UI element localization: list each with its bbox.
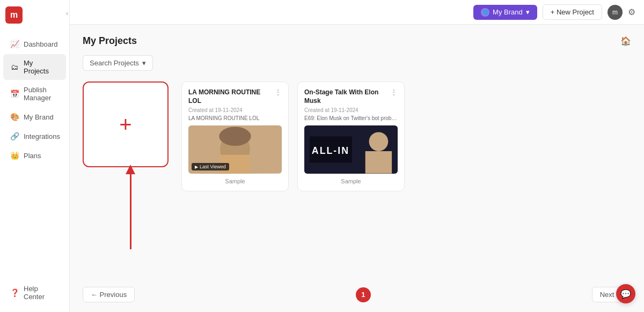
- svg-point-7: [369, 132, 389, 152]
- card-menu-button[interactable]: ⋮: [390, 88, 398, 96]
- home-icon[interactable]: 🏠: [620, 36, 631, 46]
- projects-icon: 🗂: [10, 63, 19, 71]
- previous-label: ← Previous: [91, 291, 127, 299]
- pagination: ← Previous 1 Next →: [83, 278, 631, 307]
- help-center-item[interactable]: ❓ Help Center: [3, 280, 66, 306]
- sidebar-item-my-projects[interactable]: 🗂 My Projects: [3, 54, 66, 80]
- sidebar-item-label: My Brand: [24, 113, 54, 121]
- user-avatar[interactable]: m: [608, 5, 623, 20]
- card-thumbnail: ▶ Last Viewed: [188, 125, 282, 174]
- settings-icon[interactable]: ⚙: [628, 7, 635, 17]
- card-date: Created at 19-11-2024: [188, 107, 282, 113]
- new-project-button[interactable]: + New Project: [543, 4, 602, 20]
- integrations-icon: 🔗: [10, 132, 19, 140]
- sidebar-item-plans[interactable]: 👑 Plans: [3, 146, 66, 165]
- project-cards-container: LA MORNING ROUTINE LOL ⋮ Created at 19-1…: [181, 81, 405, 191]
- sidebar-toggle[interactable]: ‹: [62, 8, 72, 19]
- top-header: 🌐 My Brand ▾ + New Project m ⚙: [70, 0, 644, 25]
- sidebar-item-publish-manager[interactable]: 📅 Publish Manager: [3, 81, 66, 107]
- project-card[interactable]: On-Stage Talk With Elon Musk ⋮ Created a…: [297, 81, 405, 191]
- card-thumbnail: ALL-IN: [304, 125, 398, 174]
- project-card[interactable]: LA MORNING ROUTINE LOL ⋮ Created at 19-1…: [181, 81, 289, 191]
- sidebar-item-label: Publish Manager: [24, 86, 60, 102]
- add-plus-icon: +: [119, 114, 131, 135]
- sidebar-item-dashboard[interactable]: 📈 Dashboard: [3, 35, 66, 53]
- card-description: LA MORNING ROUTINE LOL: [188, 115, 282, 121]
- plans-icon: 👑: [10, 151, 19, 160]
- card-menu-button[interactable]: ⋮: [274, 88, 282, 96]
- previous-button[interactable]: ← Previous: [83, 287, 135, 302]
- search-caret-icon: ▾: [142, 59, 146, 67]
- card-description: E69: Elon Musk on Twitter's bot problem,…: [304, 115, 398, 121]
- dashboard-icon: 📈: [10, 40, 19, 48]
- play-icon: ▶: [195, 165, 198, 169]
- arrow-line: [130, 174, 131, 249]
- chat-bubble-button[interactable]: 💬: [616, 284, 635, 303]
- card-sample-label: Sample: [188, 178, 282, 184]
- help-icon: ❓: [10, 288, 19, 297]
- page-content: My Projects 🏠 Search Projects ▾ +: [70, 25, 644, 312]
- add-project-button[interactable]: +: [83, 81, 169, 167]
- chat-icon: 💬: [620, 289, 631, 299]
- svg-point-2: [219, 127, 251, 146]
- publish-icon: 📅: [10, 90, 19, 98]
- svg-rect-8: [365, 151, 392, 174]
- page-title: My Projects: [83, 35, 137, 47]
- sidebar-item-label: Integrations: [24, 132, 60, 140]
- card-date: Created at 19-11-2024: [304, 107, 398, 113]
- sidebar-nav: 📈 Dashboard 🗂 My Projects 📅 Publish Mana…: [0, 30, 69, 273]
- main-content: 🌐 My Brand ▾ + New Project m ⚙ My Projec…: [70, 0, 644, 312]
- sidebar-bottom: ❓ Help Center: [0, 273, 69, 312]
- svg-text:ALL-IN: ALL-IN: [312, 145, 349, 156]
- sidebar-item-label: My Projects: [24, 59, 60, 75]
- search-projects-label: Search Projects: [90, 59, 139, 67]
- projects-area: + LA MORNING ROUTINE LOL ⋮ Created at 19…: [83, 81, 631, 253]
- help-center-label: Help Center: [24, 285, 60, 301]
- last-viewed-label: Last Viewed: [200, 164, 226, 169]
- annotation-arrow: [126, 165, 135, 249]
- brand-icon: 🎨: [10, 113, 19, 121]
- card-title: LA MORNING ROUTINE LOL: [188, 88, 274, 105]
- brand-btn-label: My Brand: [493, 8, 523, 16]
- sidebar-item-my-brand[interactable]: 🎨 My Brand: [3, 108, 66, 126]
- app-logo[interactable]: m: [5, 6, 23, 24]
- card-sample-label: Sample: [304, 178, 398, 184]
- card-header: LA MORNING ROUTINE LOL ⋮: [188, 88, 282, 105]
- last-viewed-badge: ▶ Last Viewed: [192, 163, 229, 170]
- card-title: On-Stage Talk With Elon Musk: [304, 88, 390, 105]
- search-projects-button[interactable]: Search Projects ▾: [83, 55, 153, 71]
- sidebar-item-label: Plans: [24, 152, 41, 160]
- thumbnail-image: ALL-IN: [304, 125, 398, 174]
- my-brand-button[interactable]: 🌐 My Brand ▾: [473, 5, 537, 20]
- page-header: My Projects 🏠: [83, 35, 631, 47]
- brand-btn-icon: 🌐: [481, 8, 489, 17]
- card-header: On-Stage Talk With Elon Musk ⋮: [304, 88, 398, 105]
- sidebar-item-label: Dashboard: [24, 40, 58, 48]
- new-project-label: + New Project: [551, 8, 594, 16]
- sidebar-item-integrations[interactable]: 🔗 Integrations: [3, 127, 66, 145]
- brand-btn-caret: ▾: [526, 8, 530, 16]
- current-page-number[interactable]: 1: [356, 287, 371, 302]
- sidebar: m ‹ 📈 Dashboard 🗂 My Projects 📅 Publish …: [0, 0, 70, 312]
